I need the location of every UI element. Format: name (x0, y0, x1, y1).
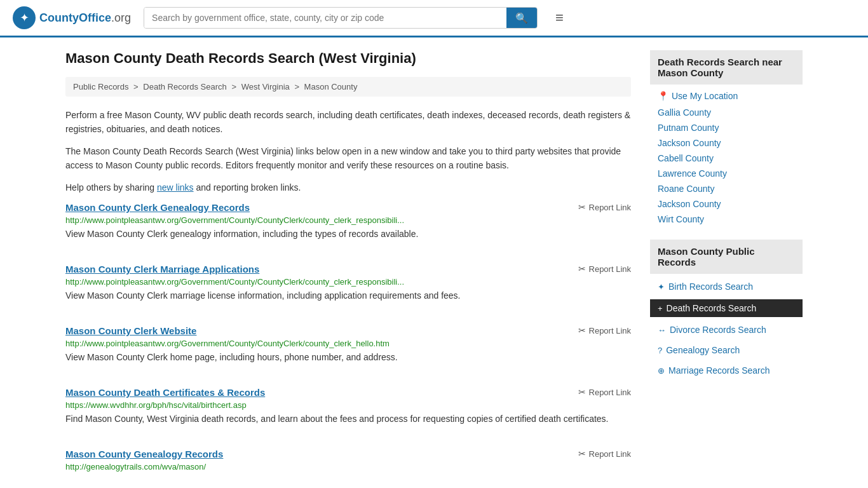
result-item: Mason County Clerk Genealogy Records ✂ R… (65, 202, 631, 247)
public-records-link[interactable]: ⊕ Marriage Records Search (650, 363, 803, 378)
report-link[interactable]: ✂ Report Link (578, 325, 631, 336)
result-title[interactable]: Mason County Death Certificates & Record… (65, 387, 265, 398)
result-header: Mason County Clerk Genealogy Records ✂ R… (65, 202, 631, 213)
public-records-link[interactable]: ? Genealogy Search (650, 342, 803, 358)
result-header: Mason County Clerk Marriage Applications… (65, 264, 631, 274)
result-desc: View Mason County Clerk marriage license… (65, 289, 631, 302)
breadcrumb-mason-county[interactable]: Mason County (304, 82, 358, 92)
result-header: Mason County Clerk Website ✂ Report Link (65, 325, 631, 336)
breadcrumb-public-records[interactable]: Public Records (73, 82, 128, 92)
result-url: https://www.wvdhhr.org/bph/hsc/vital/bir… (65, 400, 631, 410)
public-records-link[interactable]: + Death Records Search (650, 299, 803, 317)
site-header: ✦ CountyOffice.org 🔍 ≡ (0, 0, 868, 37)
description-1: Perform a free Mason County, WV public d… (65, 108, 631, 137)
pr-icon: ✦ (658, 282, 665, 292)
result-url: http://www.pointpleasantwv.org/Governmen… (65, 339, 631, 348)
pr-icon: ↔ (658, 325, 666, 335)
pin-icon: 📍 (658, 91, 668, 101)
nearby-counties-list: Gallia CountyPutnam CountyJackson County… (650, 105, 803, 227)
public-records-item: ↔ Divorce Records Search (650, 320, 803, 340)
result-item: Mason County Clerk Website ✂ Report Link… (65, 325, 631, 370)
result-title[interactable]: Mason County Clerk Website (65, 325, 196, 336)
pr-icon: ⊕ (658, 366, 665, 376)
main-container: Mason County Death Records Search (West … (53, 37, 815, 488)
scissors-icon: ✂ (578, 387, 586, 397)
use-location-link[interactable]: Use My Location (672, 91, 738, 101)
pr-icon: ? (658, 346, 662, 355)
hamburger-menu[interactable]: ≡ (555, 10, 564, 26)
public-records-section: Mason County Public Records ✦ Birth Reco… (650, 240, 803, 381)
public-records-list: ✦ Birth Records Search + Death Records S… (650, 276, 803, 381)
public-records-link[interactable]: ✦ Birth Records Search (650, 279, 803, 294)
result-url: http://www.pointpleasantwv.org/Governmen… (65, 277, 631, 287)
result-header: Mason County Genealogy Records ✂ Report … (65, 449, 631, 459)
nearby-county-item: Wirt County (650, 212, 803, 227)
logo-text: CountyOffice.org (39, 11, 131, 25)
nearby-county-link[interactable]: Cabell County (658, 153, 714, 163)
report-link[interactable]: ✂ Report Link (578, 264, 631, 274)
scissors-icon: ✂ (578, 325, 586, 336)
nearby-county-link[interactable]: Roane County (658, 184, 715, 194)
nearby-county-link[interactable]: Putnam County (658, 123, 719, 133)
breadcrumb-death-records[interactable]: Death Records Search (143, 82, 227, 92)
nearby-section: Death Records Search near Mason County 📍… (650, 50, 803, 227)
report-link[interactable]: ✂ Report Link (578, 449, 631, 459)
scissors-icon: ✂ (578, 264, 586, 274)
logo-icon: ✦ (13, 6, 36, 29)
result-desc: View Mason County Clerk home page, inclu… (65, 351, 631, 364)
description-3: Help others by sharing new links and rep… (65, 180, 631, 194)
public-records-link[interactable]: ↔ Divorce Records Search (650, 322, 803, 337)
description-2: The Mason County Death Records Search (W… (65, 144, 631, 173)
nearby-county-link[interactable]: Wirt County (658, 214, 704, 224)
new-links[interactable]: new links (157, 182, 194, 193)
site-logo[interactable]: ✦ CountyOffice.org (13, 6, 131, 29)
result-header: Mason County Death Certificates & Record… (65, 387, 631, 398)
pr-icon: + (658, 304, 663, 313)
result-url: http://genealogytrails.com/wva/mason/ (65, 462, 631, 471)
search-bar: 🔍 (144, 7, 538, 29)
result-desc: Find Mason County, West Virginia death r… (65, 412, 631, 426)
nearby-county-item: Cabell County (650, 151, 803, 166)
result-url: http://www.pointpleasantwv.org/Governmen… (65, 215, 631, 225)
page-title: Mason County Death Records Search (West … (65, 50, 631, 67)
sidebar: Death Records Search near Mason County 📍… (650, 50, 803, 488)
result-title[interactable]: Mason County Clerk Marriage Applications (65, 264, 259, 274)
result-desc: View Mason County Clerk genealogy inform… (65, 227, 631, 241)
nearby-county-link[interactable]: Lawrence County (658, 168, 727, 179)
result-item: Mason County Death Certificates & Record… (65, 387, 631, 432)
report-link[interactable]: ✂ Report Link (578, 202, 631, 212)
result-item: Mason County Genealogy Records ✂ Report … (65, 449, 631, 480)
nearby-county-item: Jackson County (650, 135, 803, 151)
public-records-item: + Death Records Search (650, 297, 803, 320)
nearby-county-item: Jackson County (650, 196, 803, 212)
result-item: Mason County Clerk Marriage Applications… (65, 264, 631, 309)
public-records-item: ⊕ Marriage Records Search (650, 360, 803, 381)
breadcrumb-west-virginia[interactable]: West Virginia (241, 82, 290, 92)
nearby-county-item: Lawrence County (650, 166, 803, 181)
results-list: Mason County Clerk Genealogy Records ✂ R… (65, 202, 631, 480)
nearby-county-link[interactable]: Jackson County (658, 138, 721, 148)
content-area: Mason County Death Records Search (West … (65, 50, 631, 488)
public-records-item: ? Genealogy Search (650, 340, 803, 360)
scissors-icon: ✂ (578, 449, 586, 459)
nearby-county-item: Putnam County (650, 120, 803, 135)
report-link[interactable]: ✂ Report Link (578, 387, 631, 397)
scissors-icon: ✂ (578, 202, 586, 212)
public-records-item: ✦ Birth Records Search (650, 276, 803, 297)
nearby-county-link[interactable]: Gallia County (658, 107, 711, 118)
nearby-county-link[interactable]: Jackson County (658, 199, 721, 209)
use-location: 📍 Use My Location (650, 87, 803, 105)
search-input[interactable] (144, 8, 506, 28)
nearby-county-item: Gallia County (650, 105, 803, 120)
result-title[interactable]: Mason County Genealogy Records (65, 449, 223, 459)
search-button[interactable]: 🔍 (506, 8, 537, 28)
result-title[interactable]: Mason County Clerk Genealogy Records (65, 202, 250, 213)
public-records-heading: Mason County Public Records (650, 240, 803, 274)
breadcrumb: Public Records > Death Records Search > … (65, 77, 631, 97)
nearby-county-item: Roane County (650, 181, 803, 196)
nearby-heading: Death Records Search near Mason County (650, 50, 803, 85)
